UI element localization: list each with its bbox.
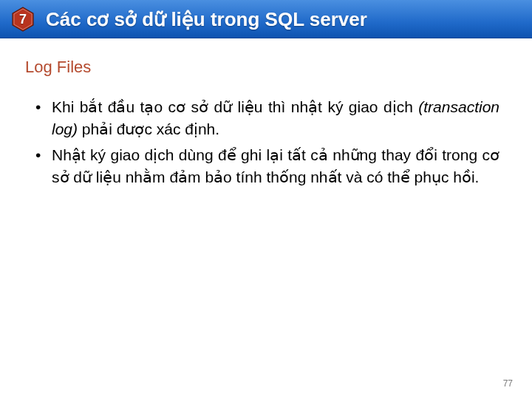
section-badge: 7 [10, 7, 35, 32]
slide-title-bar: 7 Các cơ sở dữ liệu trong SQL server [0, 0, 532, 38]
bullet-text-pre: Nhật ký giao dịch dùng để ghi lại tất cả… [52, 146, 499, 185]
bullet-text-post: phải được xác định. [78, 120, 219, 137]
bullet-list: Khi bắt đầu tạo cơ sở dữ liệu thì nhật k… [33, 96, 499, 189]
slide-title: Các cơ sở dữ liệu trong SQL server [46, 8, 367, 31]
page-number: 77 [503, 378, 513, 389]
list-item: Khi bắt đầu tạo cơ sở dữ liệu thì nhật k… [33, 96, 499, 141]
bullet-text-pre: Khi bắt đầu tạo cơ sở dữ liệu thì nhật k… [52, 98, 418, 115]
section-number: 7 [10, 7, 35, 32]
list-item: Nhật ký giao dịch dùng để ghi lại tất cả… [33, 144, 499, 189]
slide-subtitle: Log Files [25, 58, 532, 77]
